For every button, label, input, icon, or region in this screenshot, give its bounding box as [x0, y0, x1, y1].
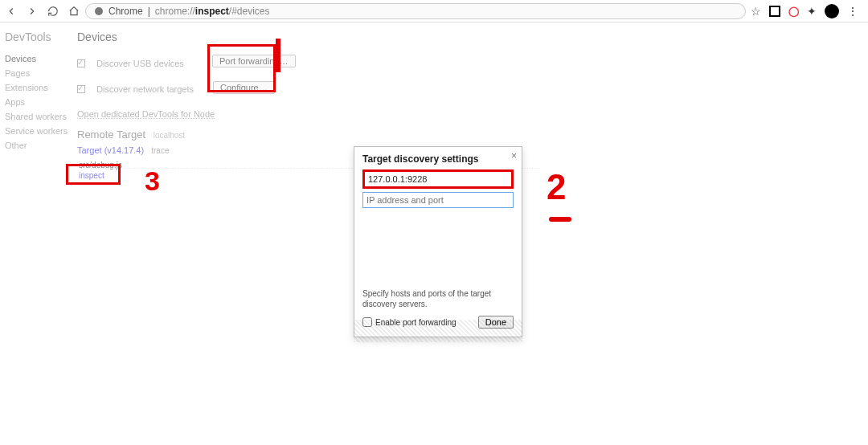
sidebar-item-other[interactable]: Other: [5, 138, 77, 153]
sidebar-item-pages[interactable]: Pages: [5, 66, 77, 80]
dialog-shadow-artifact: [354, 320, 522, 342]
url-app: Chrome: [108, 6, 143, 17]
annotation-underline-2: [549, 217, 571, 222]
sidebar-item-service-workers[interactable]: Service workers: [5, 124, 77, 138]
sidebar: DevTools Devices Pages Extensions Apps S…: [5, 31, 77, 437]
annotation-bar-1: [276, 39, 280, 72]
open-dedicated-devtools-link[interactable]: Open dedicated DevTools for Node: [77, 109, 860, 119]
extension-red-icon[interactable]: ◯: [788, 6, 799, 17]
port-forwarding-button[interactable]: Port forwarding…: [212, 55, 296, 67]
dialog-entry-1[interactable]: 127.0.0.1:9228: [362, 169, 514, 189]
site-info-icon: [94, 6, 104, 16]
page-title: Devices: [77, 31, 860, 43]
svg-point-0: [95, 7, 103, 15]
address-bar[interactable]: Chrome | chrome://inspect/#devices: [85, 3, 746, 19]
forward-icon[interactable]: [26, 5, 39, 18]
profile-avatar[interactable]: [825, 4, 839, 18]
star-icon[interactable]: ☆: [751, 5, 761, 18]
dialog-ip-port-input[interactable]: [362, 192, 514, 208]
square-icon[interactable]: [769, 6, 780, 17]
configure-button[interactable]: Configure…: [213, 81, 275, 94]
url-scheme: chrome://: [155, 6, 195, 17]
url-host: inspect: [195, 6, 229, 17]
target-discovery-dialog: × Target discovery settings 127.0.0.1:92…: [354, 146, 522, 337]
remote-target-header: Remote Target localhost: [77, 129, 860, 141]
reload-icon[interactable]: [47, 5, 59, 18]
discover-usb-label: Discover USB devices: [96, 59, 184, 68]
discover-network-checkbox[interactable]: [77, 85, 85, 93]
sidebar-item-apps[interactable]: Apps: [5, 95, 77, 109]
discover-network-label: Discover network targets: [96, 84, 194, 94]
home-icon[interactable]: [68, 5, 80, 18]
sidebar-title: DevTools: [5, 31, 77, 43]
sidebar-item-extensions[interactable]: Extensions: [5, 80, 77, 95]
extensions-puzzle-icon[interactable]: ✦: [807, 5, 817, 18]
dialog-title: Target discovery settings: [362, 153, 514, 165]
dialog-help-text: Specify hosts and ports of the target di…: [362, 288, 514, 309]
page-body: DevTools Devices Pages Extensions Apps S…: [0, 22, 868, 445]
annotation-label-3: 3: [145, 165, 160, 197]
dialog-close-button[interactable]: ×: [511, 150, 517, 161]
browser-toolbar: Chrome | chrome://inspect/#devices ☆ ◯ ✦…: [0, 0, 868, 22]
discover-usb-checkbox[interactable]: [77, 59, 85, 67]
annotation-label-2: 2: [547, 167, 566, 207]
sidebar-item-shared-workers[interactable]: Shared workers: [5, 109, 77, 124]
kebab-menu-icon[interactable]: ⋮: [847, 5, 858, 18]
url-path: /#devices: [229, 6, 270, 17]
back-icon[interactable]: [5, 5, 18, 18]
sidebar-item-devices[interactable]: Devices: [5, 51, 77, 66]
